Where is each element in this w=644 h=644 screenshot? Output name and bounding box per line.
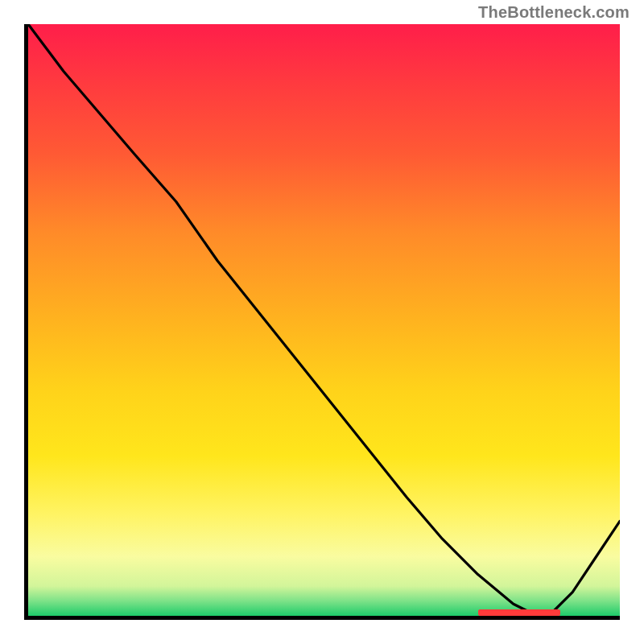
optimal-zone-marker [478,609,561,616]
watermark-label: TheBottleneck.com [478,3,630,22]
bottleneck-curve [28,24,620,616]
chart-line-layer [28,24,620,616]
chart-area [24,24,620,620]
